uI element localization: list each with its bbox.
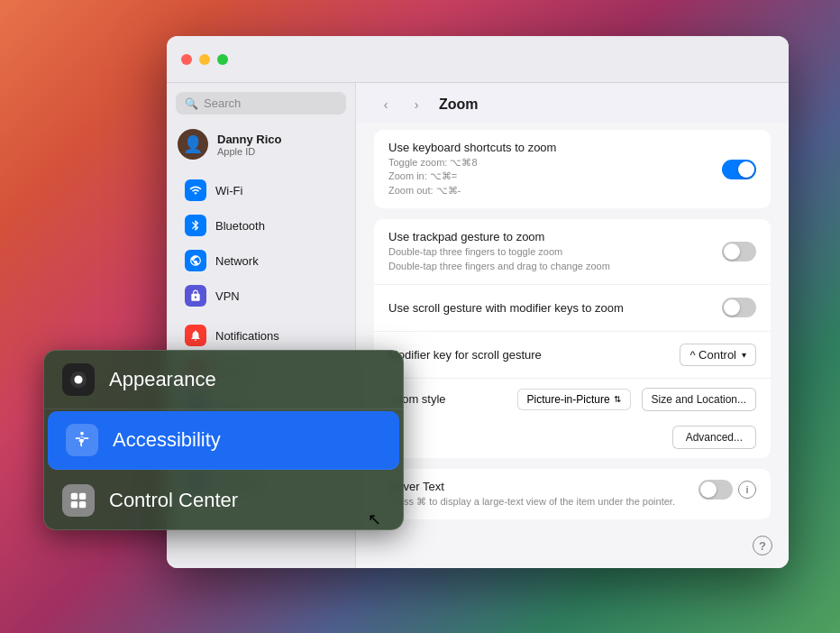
help-button[interactable]: ? (753, 536, 772, 555)
advanced-button[interactable]: Advanced... (672, 426, 756, 449)
keyboard-shortcuts-label: Use keyboard shortcuts to zoom (388, 141, 722, 154)
network-icon (185, 250, 206, 271)
scroll-label: Use scroll gesture with modifier keys to… (388, 301, 722, 315)
hover-text-info-button[interactable]: i (738, 481, 756, 499)
close-button[interactable] (181, 54, 192, 65)
sidebar-item-bluetooth[interactable]: Bluetooth (172, 208, 350, 243)
main-content: ‹ › Zoom Use keyboard shortcuts to zoom … (356, 83, 789, 568)
search-bar[interactable]: 🔍 Search (176, 92, 346, 115)
title-bar (167, 36, 789, 83)
sidebar-section-connectivity: Wi-Fi Bluetooth Network (167, 170, 355, 316)
trackpad-toggle[interactable] (722, 242, 756, 261)
trackpad-sublabel: Double-tap three fingers to toggle zoomD… (388, 245, 722, 273)
svg-rect-4 (79, 493, 86, 500)
keyboard-shortcuts-row: Use keyboard shortcuts to zoom Toggle zo… (374, 130, 771, 208)
accessibility-icon (66, 424, 98, 456)
vpn-label: VPN (215, 289, 240, 303)
notifications-label: Notifications (215, 329, 279, 343)
hover-text-controls: i (698, 480, 756, 500)
pip-arrows-icon: ⇅ (614, 394, 621, 404)
control-center-label: Control Center (109, 489, 238, 512)
zoom-style-label: Zoom style (388, 392, 507, 406)
minimize-button[interactable] (199, 54, 210, 65)
zoom-options-group: Use trackpad gesture to zoom Double-tap … (374, 219, 771, 458)
svg-rect-6 (79, 501, 86, 508)
keyboard-shortcuts-toggle[interactable] (722, 160, 756, 179)
content-title: Zoom (439, 96, 479, 113)
window-controls (181, 54, 228, 65)
keyboard-shortcuts-label-group: Use keyboard shortcuts to zoom Toggle zo… (388, 141, 722, 197)
sidebar-item-vpn[interactable]: VPN (172, 279, 350, 313)
accessibility-label: Accessibility (113, 428, 221, 452)
zoom-style-row: Zoom style Picture-in-Picture ⇅ Size and… (374, 379, 771, 420)
wifi-icon (185, 179, 206, 201)
svg-point-1 (74, 375, 82, 383)
zoom-popup-item-accessibility[interactable]: Accessibility (48, 411, 399, 470)
maximize-button[interactable] (217, 54, 228, 65)
hover-text-toggle[interactable] (698, 480, 733, 500)
network-label: Network (215, 254, 259, 268)
sidebar-item-network[interactable]: Network (172, 243, 350, 278)
hover-text-label: Hover Text (388, 480, 688, 493)
hover-text-sublabel: Press ⌘ to display a large-text view of … (388, 495, 688, 509)
keyboard-shortcuts-group: Use keyboard shortcuts to zoom Toggle zo… (374, 130, 771, 208)
back-button[interactable]: ‹ (374, 96, 397, 114)
user-info: Danny Rico Apple ID (217, 133, 282, 157)
keyboard-shortcuts-sublabel: Toggle zoom: ⌥⌘8Zoom in: ⌥⌘=Zoom out: ⌥⌘… (388, 156, 722, 197)
hover-text-group: Hover Text Press ⌘ to display a large-te… (374, 469, 771, 519)
appearance-label: Appearance (109, 368, 216, 391)
notifications-icon (185, 325, 206, 346)
wifi-label: Wi-Fi (215, 184, 242, 197)
size-location-button[interactable]: Size and Location... (642, 388, 756, 411)
advanced-row: Advanced... (374, 420, 771, 458)
modifier-value: ^ Control (689, 348, 736, 362)
control-center-icon (62, 484, 95, 517)
content-header: ‹ › Zoom (356, 83, 789, 123)
search-icon: 🔍 (185, 97, 198, 110)
svg-rect-3 (71, 493, 78, 500)
scroll-toggle[interactable] (722, 298, 756, 317)
appearance-icon (62, 363, 95, 396)
scroll-gesture-row: Use scroll gesture with modifier keys to… (374, 285, 771, 332)
pip-select[interactable]: Picture-in-Picture ⇅ (517, 389, 631, 410)
svg-rect-5 (71, 501, 78, 508)
zoom-popup-item-control-center[interactable]: Control Center (44, 472, 403, 529)
hover-text-row: Hover Text Press ⌘ to display a large-te… (374, 469, 771, 519)
trackpad-label: Use trackpad gesture to zoom (388, 230, 722, 243)
bluetooth-label: Bluetooth (215, 219, 265, 233)
search-placeholder: Search (204, 96, 241, 110)
modifier-key-row: Modifier key for scroll gesture ^ Contro… (374, 332, 771, 379)
trackpad-label-group: Use trackpad gesture to zoom Double-tap … (388, 230, 722, 273)
user-name: Danny Rico (217, 133, 282, 146)
settings-container: Use keyboard shortcuts to zoom Toggle zo… (356, 123, 789, 537)
scroll-label-group: Use scroll gesture with modifier keys to… (388, 301, 722, 315)
trackpad-gesture-row: Use trackpad gesture to zoom Double-tap … (374, 219, 771, 285)
zoom-popup: Appearance Accessibility Control Center (43, 350, 404, 530)
pip-label: Picture-in-Picture (527, 393, 610, 406)
avatar: 👤 (178, 129, 208, 160)
vpn-icon (185, 285, 206, 307)
user-subtitle: Apple ID (217, 146, 282, 157)
bluetooth-icon (185, 215, 206, 236)
forward-button[interactable]: › (405, 96, 428, 114)
hover-text-label-group: Hover Text Press ⌘ to display a large-te… (388, 480, 688, 509)
modifier-label: Modifier key for scroll gesture (388, 348, 680, 362)
svg-point-2 (80, 432, 84, 436)
modifier-label-group: Modifier key for scroll gesture (388, 348, 680, 362)
zoom-popup-item-appearance[interactable]: Appearance (44, 351, 403, 409)
sidebar-item-notifications[interactable]: Notifications (172, 318, 350, 353)
user-profile[interactable]: 👤 Danny Rico Apple ID (167, 122, 355, 170)
chevron-down-icon: ▾ (742, 350, 746, 360)
modifier-dropdown[interactable]: ^ Control ▾ (680, 344, 756, 366)
sidebar-item-wifi[interactable]: Wi-Fi (172, 173, 350, 207)
